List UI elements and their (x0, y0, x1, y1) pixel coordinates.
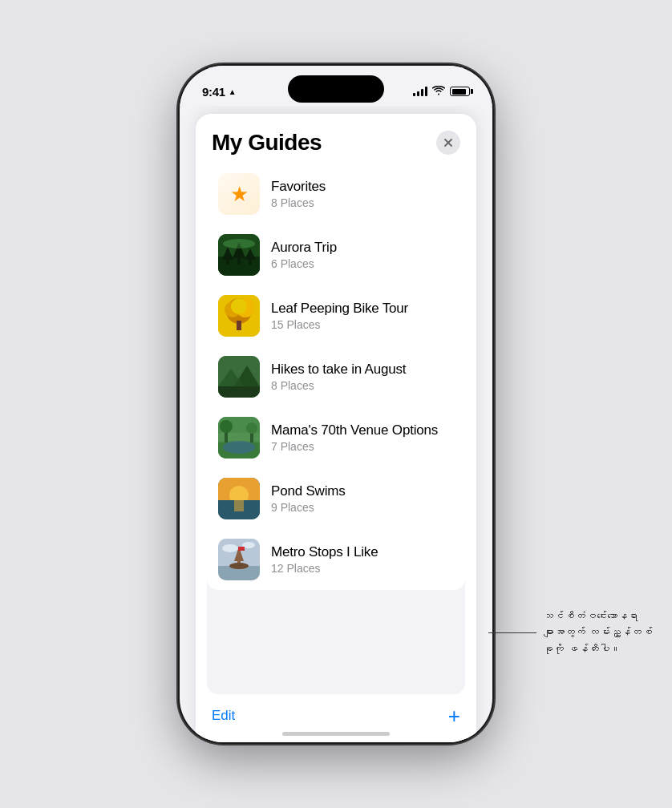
svg-point-8 (223, 239, 255, 248)
guide-places: 7 Places (271, 440, 454, 453)
annotation-line (488, 632, 536, 633)
home-indicator (282, 732, 390, 736)
svg-rect-19 (218, 386, 260, 398)
guide-thumbnail-pond (218, 478, 260, 519)
guide-thumbnail-favorites: ★ (218, 173, 260, 215)
list-item[interactable]: Metro Stops I Like 12 Places (207, 529, 465, 590)
svg-point-41 (229, 563, 249, 569)
guide-thumbnail-hikes (218, 356, 260, 398)
status-time: 9:41 (202, 85, 225, 99)
sheet-header: My Guides (196, 114, 476, 164)
location-icon: ▲ (229, 87, 237, 96)
annotation-container: သင်စီတံဝင်းသောနေရာ များအတွက် လမ်းညွှန်တစ… (488, 608, 653, 658)
list-item[interactable]: ★ Favorites 8 Places (207, 164, 465, 224)
guide-thumbnail-mama (218, 417, 260, 459)
annotation-line3: ခုကို ဖန်တီးပါ။ (543, 641, 653, 658)
close-button[interactable] (436, 131, 460, 155)
annotation-text-block: သင်စီတံဝင်းသောနေရာ များအတွက် လမ်းညွှန်တစ… (543, 608, 653, 658)
guide-name: Hikes to take in August (271, 362, 454, 378)
svg-rect-7 (249, 260, 252, 265)
guide-places: 8 Places (271, 379, 454, 392)
status-icons (413, 86, 470, 98)
guide-places: 15 Places (271, 318, 454, 331)
svg-rect-14 (237, 321, 241, 330)
guide-places: 6 Places (271, 257, 454, 270)
edit-button[interactable]: Edit (212, 708, 235, 724)
svg-rect-6 (226, 260, 229, 265)
phone-frame: 9:41 ▲ (180, 66, 492, 742)
guide-name: Mama's 70th Venue Options (271, 422, 454, 438)
guide-places: 9 Places (271, 501, 454, 514)
svg-point-35 (222, 544, 238, 552)
guide-name: Aurora Trip (271, 240, 454, 256)
list-item[interactable]: Aurora Trip 6 Places (207, 224, 465, 285)
signal-bars (413, 87, 427, 96)
guide-thumbnail-leaf (218, 295, 260, 337)
guide-thumbnail-metro (218, 539, 260, 580)
sheet-panel: My Guides ★ Favorit (196, 114, 476, 742)
dynamic-island (288, 75, 384, 103)
list-item[interactable]: Leaf Peeping Bike Tour 15 Places (207, 285, 465, 346)
svg-point-27 (246, 422, 257, 434)
guides-list: ★ Favorites 8 Places (207, 164, 465, 694)
main-content: My Guides ★ Favorit (180, 106, 492, 742)
annotation-line1: သင်စီတံဝင်းသောနေရာ (543, 608, 653, 625)
svg-point-13 (231, 298, 247, 314)
sheet-title: My Guides (212, 130, 322, 156)
guide-name: Metro Stops I Like (271, 544, 454, 560)
wifi-icon (432, 86, 445, 98)
svg-rect-40 (238, 547, 245, 551)
svg-rect-5 (237, 258, 241, 265)
annotation-line2: များအတွက် လမ်းညွှန်တစ် (543, 624, 653, 641)
svg-rect-32 (234, 500, 244, 511)
add-button[interactable]: + (448, 705, 460, 726)
list-item[interactable]: Hikes to take in August 8 Places (207, 346, 465, 407)
guide-places: 8 Places (271, 196, 454, 209)
svg-point-23 (223, 441, 255, 454)
svg-point-25 (220, 420, 233, 433)
guide-name: Favorites (271, 179, 454, 195)
list-item[interactable]: Mama's 70th Venue Options 7 Places (207, 407, 465, 468)
battery-icon (450, 87, 470, 96)
guide-name: Pond Swims (271, 483, 454, 499)
guide-name: Leaf Peeping Bike Tour (271, 301, 454, 317)
guide-places: 12 Places (271, 562, 454, 575)
list-item[interactable]: Pond Swims 9 Places (207, 468, 465, 529)
guide-thumbnail-aurora (218, 234, 260, 276)
star-icon: ★ (230, 182, 249, 207)
